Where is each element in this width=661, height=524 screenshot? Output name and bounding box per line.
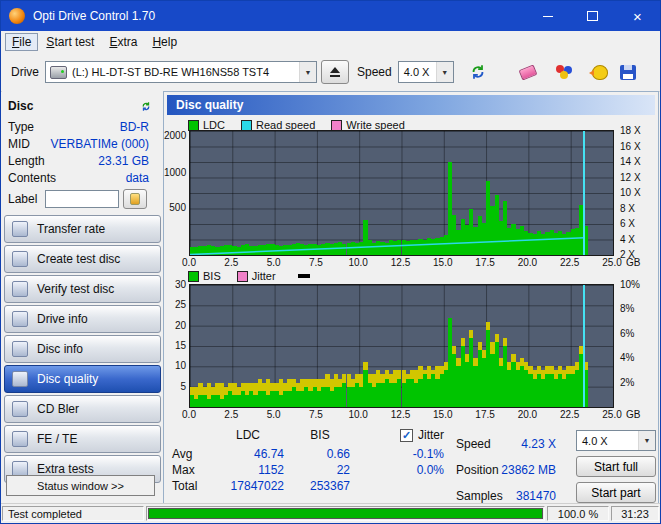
label-field-label: Label <box>8 192 37 206</box>
legend-label: BIS <box>203 270 221 282</box>
sidebar-item-disc-quality[interactable]: Disc quality <box>4 365 161 393</box>
ldc-y-axis-left: 20001000500 <box>164 130 188 254</box>
sidebar-item-disc-info[interactable]: Disc info <box>4 335 161 363</box>
panel-title: Disc quality <box>167 95 655 115</box>
ldc-y-axis-right: 18 X16 X14 X12 X10 X8 X6 X4 X2 X <box>616 130 646 254</box>
sidebar-item-label: Verify test disc <box>37 282 114 296</box>
black-dash-marker <box>298 274 310 278</box>
y-tick-label: 12 X <box>620 171 646 182</box>
maximize-button[interactable] <box>570 1 615 31</box>
info-label-type: Type <box>8 119 34 136</box>
stat-ldc-value: 1152 <box>212 463 284 478</box>
y-tick-label: 30 <box>164 279 186 290</box>
chevron-down-icon: ▼ <box>638 431 655 450</box>
status-window-button[interactable]: Status window >> <box>6 475 155 496</box>
refresh-disc-button[interactable] <box>135 97 157 115</box>
sidebar-item-cd-bler[interactable]: CD Bler <box>4 395 161 423</box>
y-tick-label: 15 <box>164 340 186 351</box>
stats-row-total: Total17847022253367 <box>172 479 448 495</box>
y-tick-label: 16 X <box>620 140 646 151</box>
start-full-button[interactable]: Start full <box>576 456 656 477</box>
drive-info-icon <box>12 311 28 327</box>
sidebar-item-create-test-disc[interactable]: Create test disc <box>4 245 161 273</box>
sidebar-item-drive-info[interactable]: Drive info <box>4 305 161 333</box>
stat-jitter-value: -0.1% <box>354 447 444 462</box>
sidebar-item-label: FE / TE <box>37 432 77 446</box>
test-speed-select[interactable]: 4.0 X ▼ <box>576 430 656 451</box>
disc-quality-icon <box>12 371 28 387</box>
menu-item-start-test[interactable]: Start test <box>39 33 101 51</box>
drive-value: (L:) HL-DT-ST BD-RE WH16NS58 TST4 <box>67 66 299 78</box>
label-edit-button[interactable] <box>123 189 147 209</box>
speed-select[interactable]: 4.0 X ▼ <box>398 61 454 83</box>
disc-info-row: Contentsdata <box>8 170 149 187</box>
sidebar-item-verify-test-disc[interactable]: Verify test disc <box>4 275 161 303</box>
start-part-button[interactable]: Start part <box>576 482 656 503</box>
maximize-icon <box>587 11 598 21</box>
disc-quality-panel: Disc quality LDCRead speedWrite speed 20… <box>163 91 659 504</box>
read-speed-line <box>190 131 613 255</box>
y-tick-label: 500 <box>164 201 186 212</box>
advanced-tools-button[interactable] <box>586 59 614 85</box>
eraser-icon <box>518 64 537 80</box>
jitter-checkbox[interactable]: ✓ <box>400 429 413 442</box>
sidebar-item-fe-te[interactable]: FE / TE <box>4 425 161 453</box>
drive-icon <box>50 66 67 79</box>
elapsed-time: 31:23 <box>611 506 659 521</box>
cd-bler-icon <box>12 401 28 417</box>
test-speed-value: 4.0 X <box>577 435 638 447</box>
samples-value: 381470 <box>480 489 556 503</box>
x-axis-unit: GB <box>626 409 640 420</box>
menu-bar: FileStart testExtraHelp <box>1 31 660 53</box>
close-button[interactable]: × <box>615 1 660 31</box>
y-tick-label: 20 <box>164 319 186 330</box>
x-tick-label: 2.5 <box>224 257 238 268</box>
menu-item-help[interactable]: Help <box>145 33 184 51</box>
minimize-button[interactable] <box>525 1 570 31</box>
speed-result-value: 4.23 X <box>480 437 556 451</box>
palette-icon <box>556 65 572 79</box>
y-tick-label: 8 X <box>620 202 646 213</box>
menu-item-file[interactable]: File <box>5 33 38 51</box>
y-tick-label: 4 X <box>620 233 646 244</box>
legend-swatch-write-speed <box>331 120 342 131</box>
transfer-rate-icon <box>12 221 28 237</box>
ldc-x-axis: 0.02.55.07.510.012.515.017.520.022.525.0… <box>189 257 612 269</box>
graph-colors-button[interactable] <box>550 59 578 85</box>
y-tick-label: 8% <box>620 303 646 314</box>
sidebar-item-label: Extra tests <box>37 462 94 476</box>
label-input[interactable] <box>45 190 119 208</box>
x-tick-label: 5.0 <box>267 409 281 420</box>
sidebar-item-transfer-rate[interactable]: Transfer rate <box>4 215 161 243</box>
position-value: 23862 MB <box>480 463 556 477</box>
drive-select[interactable]: (L:) HL-DT-ST BD-RE WH16NS58 TST4 ▼ <box>45 61 317 83</box>
save-icon <box>620 65 636 80</box>
legend-jitter: Jitter <box>237 270 276 282</box>
stat-bis-value: 0.66 <box>290 447 350 462</box>
menu-item-extra[interactable]: Extra <box>102 33 144 51</box>
create-test-disc-icon <box>12 251 28 267</box>
sidebar-item-label: Drive info <box>37 312 88 326</box>
eject-button[interactable] <box>321 60 349 84</box>
y-tick-label: 4% <box>620 352 646 363</box>
info-label-mid: MID <box>8 136 30 153</box>
save-screenshot-button[interactable] <box>614 59 642 85</box>
progress-percent: 100.0 % <box>547 506 609 521</box>
x-tick-label: 22.5 <box>560 409 579 420</box>
legend-swatch-read-speed <box>241 120 252 131</box>
info-value-length: 23.31 GB <box>98 153 149 170</box>
refresh-icon <box>470 62 486 82</box>
erase-disc-button[interactable] <box>514 59 542 85</box>
refresh-button[interactable] <box>464 59 492 85</box>
disc-info-row: Length23.31 GB <box>8 153 149 170</box>
y-tick-label: 18 X <box>620 125 646 136</box>
legend-bis: BIS <box>188 270 221 282</box>
window-controls: × <box>525 1 660 31</box>
disc-info-list: TypeBD-RMIDVERBATIMe (000)Length23.31 GB… <box>8 119 149 187</box>
x-tick-label: 20.0 <box>518 257 537 268</box>
stat-bis-value: 253367 <box>290 479 350 494</box>
bis-chart <box>189 284 614 408</box>
y-tick-label: 10 <box>164 360 186 371</box>
sidebar-item-label: Create test disc <box>37 252 120 266</box>
bis-column-header: BIS <box>290 428 350 443</box>
